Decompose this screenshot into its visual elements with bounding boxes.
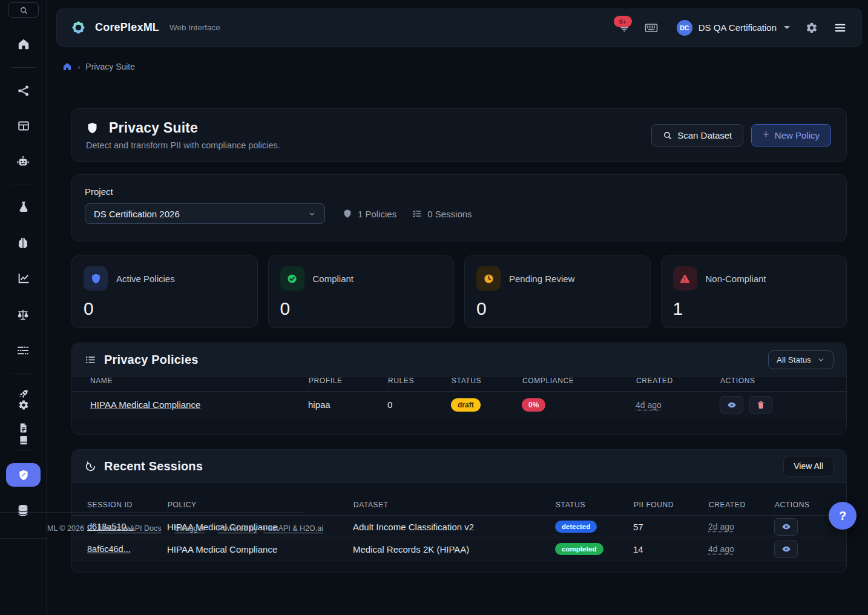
search-icon xyxy=(19,6,28,15)
app-logo-icon xyxy=(70,19,87,36)
breadcrumb-current: Privacy Suite xyxy=(85,62,135,71)
compliance-badge: 0% xyxy=(522,398,545,412)
sidebar-item-home[interactable] xyxy=(17,38,30,51)
warning-triangle-icon xyxy=(673,266,697,291)
stat-label: Pending Review xyxy=(509,274,574,284)
rocket-icon xyxy=(18,389,29,400)
page-title: Privacy Suite xyxy=(109,120,198,136)
page-subtitle: Detect and transform PII with compliance… xyxy=(86,140,280,150)
footer-copyright: ML © 2026 xyxy=(47,524,84,533)
footer-docs-link[interactable]: IntellicoreAPI Docs xyxy=(97,524,162,533)
column-header: POLICY xyxy=(167,501,353,515)
breadcrumb: › Privacy Suite xyxy=(62,62,135,71)
session-pii-found: 14 xyxy=(633,544,708,554)
stat-label: Compliant xyxy=(313,274,354,284)
policy-rules: 0 xyxy=(387,400,451,410)
sidebar-item-datasets[interactable] xyxy=(17,119,30,133)
top-header: CorePlexML Web Interface 9+ DC DS QA Cer… xyxy=(56,8,862,47)
sidebar-item-docs[interactable] xyxy=(18,435,29,446)
help-button[interactable]: ? xyxy=(829,502,856,530)
sidebar-item-admin[interactable] xyxy=(18,400,29,410)
sidebar-item-data-store[interactable] xyxy=(16,504,30,517)
sidebar-item-experiments[interactable] xyxy=(17,200,30,214)
stat-label: Non-Compliant xyxy=(706,274,766,284)
status-filter-select[interactable]: All Status xyxy=(768,350,833,369)
flask-icon xyxy=(17,200,30,214)
sidebar-item-pipelines[interactable] xyxy=(17,84,30,97)
sidebar-item-models[interactable] xyxy=(16,236,30,249)
session-created: 4d ago xyxy=(708,544,734,554)
sidebar-search-button[interactable] xyxy=(8,2,39,18)
project-select[interactable]: DS Certification 2026 xyxy=(85,203,325,224)
stat-value: 0 xyxy=(476,298,639,319)
sidebar-item-monitoring[interactable] xyxy=(17,272,30,285)
history-icon xyxy=(85,461,96,472)
user-name: DS QA Certification xyxy=(699,22,777,33)
robot-icon xyxy=(16,155,30,168)
sidebar-divider xyxy=(12,373,35,373)
sidebar-divider xyxy=(12,67,35,68)
notifications-button[interactable]: 9+ xyxy=(618,21,631,34)
search-icon xyxy=(663,131,672,140)
app-name: CorePlexML xyxy=(95,21,159,34)
status-badge: draft xyxy=(451,398,481,412)
sessions-section-title: Recent Sessions xyxy=(104,459,203,473)
delete-policy-button[interactable] xyxy=(749,396,772,413)
keyboard-shortcuts-button[interactable] xyxy=(644,21,659,35)
eye-icon xyxy=(727,400,737,410)
policy-name-link[interactable]: HIPAA Medical Compliance xyxy=(90,400,200,410)
column-header: NAME xyxy=(90,377,308,391)
view-all-button[interactable]: View All xyxy=(783,456,833,477)
project-label: Project xyxy=(85,186,833,197)
column-header: STATUS xyxy=(451,377,522,391)
column-header: RULES xyxy=(387,377,451,391)
view-session-button[interactable] xyxy=(774,518,798,536)
breadcrumb-home-link[interactable] xyxy=(62,62,72,71)
sidebar xyxy=(0,0,47,615)
footer-swagger-link[interactable]: Swagger xyxy=(174,524,204,533)
status-filter-value: All Status xyxy=(777,355,811,364)
scales-icon xyxy=(16,308,30,321)
view-session-button[interactable] xyxy=(774,541,798,558)
footer-powered-by: Powered by FastAPI & H2O.ai xyxy=(218,524,323,533)
sidebar-item-fairness[interactable] xyxy=(16,308,30,321)
user-menu[interactable]: DC DS QA Certification xyxy=(677,20,790,36)
menu-button[interactable] xyxy=(833,21,847,35)
view-policy-button[interactable] xyxy=(720,396,743,413)
scan-dataset-label: Scan Dataset xyxy=(677,130,732,140)
view-all-label: View All xyxy=(794,461,823,471)
gear-icon xyxy=(18,400,29,410)
scan-dataset-button[interactable]: Scan Dataset xyxy=(651,124,743,146)
policy-table-row: HIPAA Medical Compliance hipaa 0 draft 0… xyxy=(72,392,846,418)
stat-card-active-policies: Active Policies 0 xyxy=(71,255,258,328)
eye-icon xyxy=(781,522,791,531)
footer-powered-link[interactable]: FastAPI & H2O.ai xyxy=(263,524,323,533)
keyboard-icon xyxy=(644,21,659,35)
new-policy-button[interactable]: + New Policy xyxy=(751,124,831,146)
sidebar-item-settings-tuning[interactable] xyxy=(16,344,30,357)
chevron-down-icon xyxy=(784,26,790,29)
settings-button[interactable] xyxy=(806,22,818,34)
session-dataset: Medical Records 2K (HIPAA) xyxy=(353,544,555,554)
database-icon xyxy=(16,504,30,517)
column-header: PII FOUND xyxy=(633,501,708,515)
stat-value: 0 xyxy=(280,298,442,319)
project-card: Project DS Certification 2026 1 Policies… xyxy=(71,174,847,242)
check-circle-icon xyxy=(280,266,304,291)
stats-row: Active Policies 0 Compliant 0 Pending Re… xyxy=(71,255,847,328)
column-header: SESSION ID xyxy=(87,501,167,515)
footer-divider xyxy=(0,512,303,513)
sidebar-item-automl[interactable] xyxy=(16,155,30,168)
session-dataset: Adult Income Classification v2 xyxy=(353,522,555,532)
session-status-badge: completed xyxy=(555,543,603,555)
sidebar-item-privacy-suite-active[interactable] xyxy=(6,463,41,487)
sidebar-item-reports[interactable] xyxy=(18,423,29,433)
column-header: COMPLIANCE xyxy=(522,377,636,391)
checklist-icon xyxy=(412,209,422,219)
sidebar-item-deploy[interactable] xyxy=(18,389,29,400)
document-icon xyxy=(18,423,29,433)
book-icon xyxy=(18,435,29,446)
chevron-down-icon xyxy=(817,356,825,364)
session-id-link[interactable]: 8af6c46d... xyxy=(87,544,131,554)
table-icon xyxy=(17,119,30,133)
